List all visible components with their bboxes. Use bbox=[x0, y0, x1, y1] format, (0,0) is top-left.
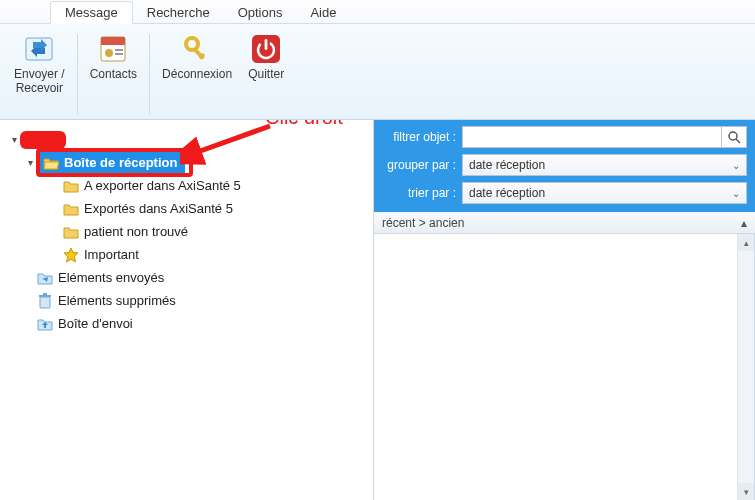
quit-button[interactable]: Quitter bbox=[240, 30, 292, 118]
chevron-down-icon: ⌄ bbox=[732, 160, 740, 171]
caret-down-icon[interactable]: ▾ bbox=[8, 134, 20, 145]
tree-subfolder-item[interactable]: patient non trouvé bbox=[4, 220, 369, 243]
tree-subfolder-item[interactable]: Exportés dans AxiSanté 5 bbox=[4, 197, 369, 220]
folder-tree-pane: Clic droit ▾ ▾ bbox=[0, 120, 374, 500]
tree-item-label: Exportés dans AxiSanté 5 bbox=[84, 201, 233, 216]
main-area: Clic droit ▾ ▾ bbox=[0, 120, 755, 500]
folder-icon bbox=[62, 224, 80, 240]
group-by-label: grouper par : bbox=[382, 158, 456, 172]
filter-object-label: filtrer objet : bbox=[382, 130, 456, 144]
contacts-button[interactable]: Contacts bbox=[82, 30, 145, 118]
scroll-track[interactable] bbox=[738, 251, 754, 483]
tab-options[interactable]: Options bbox=[224, 2, 297, 23]
caret-down-icon[interactable]: ▾ bbox=[24, 157, 36, 168]
tree-outbox-item[interactable]: Boîte d'envoi bbox=[4, 312, 369, 335]
folder-icon bbox=[62, 201, 80, 217]
power-icon bbox=[249, 32, 283, 66]
tree-item-label: Boîte de réception bbox=[64, 155, 177, 170]
folder-icon bbox=[62, 178, 80, 194]
folder-open-icon bbox=[42, 155, 60, 171]
svg-rect-15 bbox=[43, 293, 47, 295]
send-receive-button[interactable]: Envoyer / Recevoir bbox=[6, 30, 73, 118]
group-by-combo[interactable]: date réception ⌄ bbox=[462, 154, 747, 176]
scroll-down-button[interactable]: ▾ bbox=[738, 483, 754, 500]
filter-bar: filtrer objet : grouper par : date récep… bbox=[374, 120, 755, 212]
tree-subfolder-item[interactable]: A exporter dans AxiSanté 5 bbox=[4, 174, 369, 197]
caret-up-icon: ▴ bbox=[741, 216, 747, 230]
tab-recherche[interactable]: Recherche bbox=[133, 2, 224, 23]
svg-rect-5 bbox=[115, 53, 123, 55]
trash-icon bbox=[36, 293, 54, 309]
tab-aide[interactable]: Aide bbox=[296, 2, 350, 23]
search-icon bbox=[727, 130, 741, 144]
ribbon-tabs: Message Recherche Options Aide bbox=[0, 0, 755, 24]
contacts-icon bbox=[96, 32, 130, 66]
redacted-root-label bbox=[20, 131, 66, 149]
disconnect-button[interactable]: Déconnexion bbox=[154, 30, 240, 118]
sort-by-label: trier par : bbox=[382, 186, 456, 200]
search-button[interactable] bbox=[721, 126, 747, 148]
tree-item-label: patient non trouvé bbox=[84, 224, 188, 239]
quit-label: Quitter bbox=[248, 68, 284, 82]
send-receive-icon bbox=[22, 32, 56, 66]
outbox-folder-icon bbox=[36, 316, 54, 332]
key-icon bbox=[180, 32, 214, 66]
svg-rect-4 bbox=[115, 49, 123, 51]
annotation-highlight-box: Boîte de réception bbox=[36, 148, 193, 177]
ribbon-separator bbox=[77, 34, 78, 114]
tree-item-label: Important bbox=[84, 247, 139, 262]
disconnect-label: Déconnexion bbox=[162, 68, 232, 82]
send-receive-label: Envoyer / Recevoir bbox=[14, 68, 65, 96]
message-list-pane: filtrer objet : grouper par : date récep… bbox=[374, 120, 755, 500]
svg-rect-14 bbox=[39, 295, 51, 297]
chevron-down-icon: ⌄ bbox=[732, 188, 740, 199]
sort-by-value: date réception bbox=[469, 186, 545, 200]
tree-item-label: Eléments supprimés bbox=[58, 293, 176, 308]
svg-line-17 bbox=[736, 139, 740, 143]
tab-message[interactable]: Message bbox=[50, 1, 133, 24]
tree-item-label: A exporter dans AxiSanté 5 bbox=[84, 178, 241, 193]
svg-rect-13 bbox=[40, 297, 50, 308]
group-by-value: date réception bbox=[469, 158, 545, 172]
filter-object-input[interactable] bbox=[462, 126, 721, 148]
ribbon: Envoyer / Recevoir Contacts Déconnexion bbox=[0, 24, 755, 120]
svg-point-3 bbox=[105, 49, 113, 57]
sort-by-combo[interactable]: date réception ⌄ bbox=[462, 182, 747, 204]
sent-folder-icon bbox=[36, 270, 54, 286]
folder-tree[interactable]: ▾ ▾ Boîte de réception bbox=[0, 120, 373, 343]
tree-subfolder-important[interactable]: Important bbox=[4, 243, 369, 266]
tree-inbox-item[interactable]: ▾ Boîte de réception bbox=[4, 151, 369, 174]
svg-rect-2 bbox=[101, 37, 125, 45]
svg-point-16 bbox=[729, 132, 737, 140]
tree-sent-item[interactable]: Eléments envoyés bbox=[4, 266, 369, 289]
contacts-label: Contacts bbox=[90, 68, 137, 82]
message-list[interactable]: ▴ ▾ bbox=[374, 234, 755, 500]
tree-item-label: Boîte d'envoi bbox=[58, 316, 133, 331]
sort-direction-header[interactable]: récent > ancien ▴ bbox=[374, 212, 755, 234]
vertical-scrollbar[interactable]: ▴ ▾ bbox=[737, 234, 754, 500]
tree-deleted-item[interactable]: Eléments supprimés bbox=[4, 289, 369, 312]
scroll-up-button[interactable]: ▴ bbox=[738, 234, 754, 251]
star-icon bbox=[62, 247, 80, 263]
svg-rect-11 bbox=[265, 39, 268, 50]
tree-item-label: Eléments envoyés bbox=[58, 270, 164, 285]
ribbon-separator bbox=[149, 34, 150, 114]
sort-direction-label: récent > ancien bbox=[382, 216, 464, 230]
